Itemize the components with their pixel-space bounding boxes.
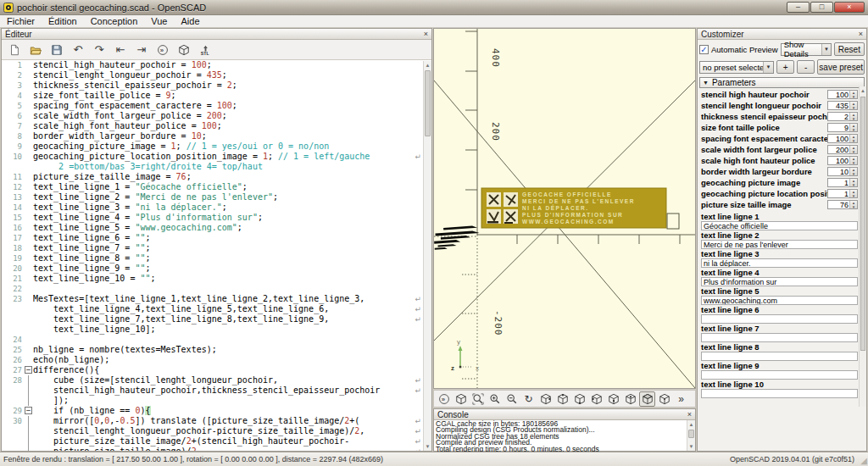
code-line[interactable]: 8border_width_largeur_bordure = 10; (2, 131, 431, 141)
minimize-button[interactable]: – (787, 2, 810, 13)
text-line-input[interactable] (701, 333, 858, 342)
parameter-value[interactable]: 435 (828, 102, 849, 109)
text-line-input[interactable] (701, 314, 858, 324)
code-line[interactable]: 30 mirror([0,0,-0.5]) translate ([pictur… (2, 416, 431, 426)
customizer-scrollbar[interactable]: ▲ (859, 86, 866, 407)
code-line[interactable]: 15text_line_ligne_4 = "Plus d'informatio… (2, 213, 431, 223)
parameter-value[interactable]: 100 (828, 157, 849, 164)
text-line-input[interactable]: Merci de ne pas l'enlever (701, 240, 858, 249)
undo-icon[interactable]: ↶ (68, 41, 88, 58)
export-stl-icon[interactable]: STL (195, 41, 215, 58)
code-line[interactable]: 28 cube (size=[stencil_lenght_longueur_p… (2, 375, 431, 386)
scroll-down-icon[interactable]: ▼ (424, 442, 431, 451)
scroll-down-icon[interactable]: ▼ (687, 442, 695, 451)
code-line[interactable]: 27−difference(){ (2, 365, 431, 375)
code-line[interactable]: 16text_line_ligne_5 = "www.geocaching.co… (2, 223, 431, 233)
text-line-input[interactable]: ni la déplacer. (701, 258, 858, 268)
parameter-value[interactable]: 9 (828, 124, 849, 131)
reset-button[interactable]: Reset (834, 42, 865, 56)
redo-icon[interactable]: ↷ (89, 41, 109, 58)
spinner-arrows-icon[interactable]: ▴▾ (849, 146, 857, 153)
spinner-arrows-icon[interactable]: ▴▾ (849, 113, 857, 120)
console-close-icon[interactable]: × (687, 410, 692, 419)
zoom-all-icon[interactable] (470, 391, 486, 407)
code-line[interactable]: 22 (2, 284, 431, 294)
code-line[interactable]: 21text_line_ligne_10 = ""; (2, 274, 431, 284)
preview-icon[interactable]: » (153, 41, 173, 58)
fold-toggle-icon[interactable]: − (24, 406, 33, 416)
resize-grip[interactable]: ◢ (860, 456, 867, 465)
view-bottom-icon[interactable] (571, 391, 587, 407)
parameters-section-header[interactable]: ▼ Parameters (699, 77, 865, 88)
spinner-arrows-icon[interactable]: ▴▾ (849, 179, 857, 186)
code-line[interactable]: 17text_line_ligne_6 = ""; (2, 233, 431, 243)
unindent-icon[interactable]: ⇤ (110, 41, 131, 58)
menu-item-fichier[interactable]: Fichier (0, 15, 42, 27)
parameter-spinbox[interactable]: 10▴▾ (827, 167, 858, 176)
code-line[interactable]: stencil_lenght_longueur_pochoir-picture_… (2, 426, 431, 436)
scroll-up-icon[interactable]: ▲ (687, 420, 695, 429)
view-front-icon[interactable] (605, 391, 621, 407)
code-line[interactable]: 10geocaching_picture_location_position_i… (2, 152, 431, 162)
text-line-input[interactable]: Plus d'information sur (701, 277, 858, 286)
code-line[interactable]: 26echo(nb_ligne); (2, 355, 431, 365)
parameter-value[interactable]: 100 (828, 91, 849, 98)
menu-item-conception[interactable]: Conception (84, 15, 145, 27)
view-left-icon[interactable] (588, 391, 604, 407)
code-line[interactable]: 9geocaching_picture_image = 1; // 1 = ye… (2, 141, 431, 152)
spinner-arrows-icon[interactable]: ▴▾ (849, 201, 857, 208)
parameter-value[interactable]: 200 (828, 146, 849, 153)
code-line[interactable]: 11picture_size_taille_image = 76; (2, 172, 431, 182)
parameter-spinbox[interactable]: 100▴▾ (827, 156, 858, 165)
menu-item-edition[interactable]: Édition (42, 15, 84, 27)
parameter-value[interactable]: 76 (828, 201, 849, 208)
parameter-spinbox[interactable]: 1▴▾ (827, 189, 858, 198)
parameter-spinbox[interactable]: 100▴▾ (827, 90, 858, 99)
parameter-spinbox[interactable]: 435▴▾ (827, 101, 858, 110)
editor-scrollbar[interactable]: ▲ ▼ (423, 61, 431, 451)
viewport-3d[interactable]: 400 200 -200 GEOCACHE OFFICIELLE MERCI D… (433, 28, 696, 389)
view-diagonal-icon[interactable] (639, 391, 655, 407)
code-line[interactable]: 24 (2, 335, 431, 345)
zoom-in-icon[interactable] (487, 391, 503, 407)
parameter-spinbox[interactable]: 76▴▾ (827, 200, 858, 209)
code-line[interactable]: 12text_line_ligne_1 = "Géocache officiel… (2, 182, 431, 192)
add-preset-button[interactable]: + (776, 60, 794, 74)
code-line[interactable]: 7scale_high_font_hauteur_police = 100; (2, 121, 431, 131)
parameter-value[interactable]: 2 (828, 113, 849, 120)
indent-icon[interactable]: ⇥ (131, 41, 152, 58)
code-line[interactable]: 23MesTextes=[text_line_ligne_1,text_line… (2, 294, 431, 304)
code-line[interactable]: picture_size_taille_image)/2,-↵ (2, 447, 431, 451)
code-line[interactable]: 3thickness_stencil_epaisseur_pochoir = 2… (2, 80, 431, 91)
render-icon[interactable] (453, 391, 469, 407)
maximize-button[interactable]: □ (810, 2, 833, 13)
spinner-arrows-icon[interactable]: ▴▾ (849, 124, 857, 131)
code-line[interactable]: 2stencil_lenght_longueur_pochoir = 435; (2, 70, 431, 80)
scroll-up-icon[interactable]: ▲ (860, 86, 866, 95)
overflow-icon[interactable]: » (673, 391, 689, 407)
scrollbar-thumb[interactable] (425, 70, 431, 136)
parameter-spinbox[interactable]: 200▴▾ (827, 145, 858, 154)
stencil-preview[interactable]: GEOCACHE OFFICIELLE MERCI DE NE PAS L'EN… (481, 188, 666, 228)
code-line[interactable]: 5spacing_font_espacement_caractere = 100… (2, 101, 431, 111)
console-scrollbar[interactable]: ▲ ▼ (687, 420, 695, 451)
editor-close-icon[interactable]: × (424, 30, 428, 39)
spinner-arrows-icon[interactable]: ▴▾ (849, 190, 857, 197)
code-line[interactable]: text_line_ligne_7,text_line_ligne_8,text… (2, 314, 431, 325)
code-line[interactable]: ]); (2, 396, 431, 406)
code-line[interactable]: 1stencil_high_hauteur_pochoir = 100; (2, 60, 431, 70)
open-file-icon[interactable] (25, 41, 46, 58)
reset-view-icon[interactable]: ↻ (520, 391, 537, 407)
code-line[interactable]: 20text_line_ligne_9 = ""; (2, 264, 431, 274)
text-line-input[interactable] (701, 370, 858, 380)
save-preset-button[interactable]: save preset (817, 59, 865, 75)
code-line[interactable]: text_line_ligne_4,text_line_ligne_5,text… (2, 304, 431, 314)
remove-preset-button[interactable]: - (797, 60, 815, 74)
spinner-arrows-icon[interactable]: ▴▾ (849, 102, 857, 109)
parameter-value[interactable]: 1 (828, 190, 849, 197)
close-button[interactable]: × (834, 2, 865, 13)
text-line-input[interactable] (701, 389, 858, 398)
code-line[interactable]: 18text_line_ligne_7 = ""; (2, 243, 431, 253)
preset-dropdown[interactable]: no preset selected ▼ (699, 61, 774, 74)
parameter-spinbox[interactable]: 1▴▾ (827, 178, 858, 187)
